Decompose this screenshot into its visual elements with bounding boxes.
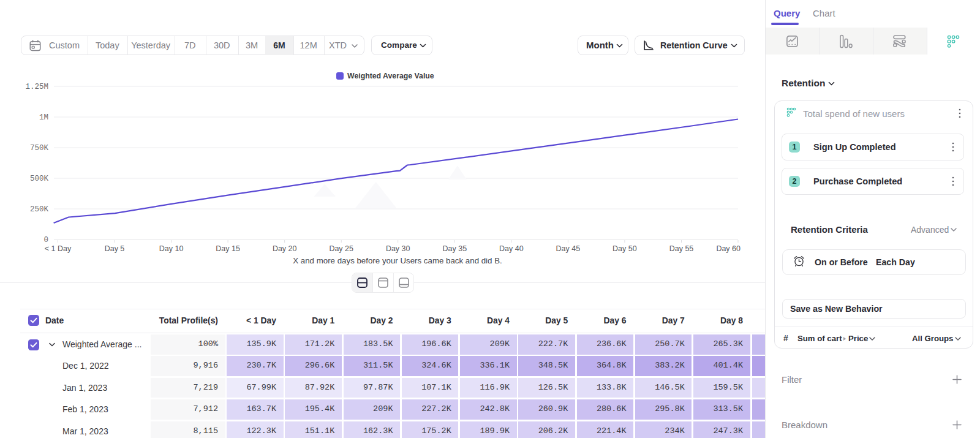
svg-text:Day 25: Day 25 [329, 244, 353, 253]
svg-text:500K: 500K [30, 175, 49, 183]
svg-text:1M: 1M [39, 113, 48, 122]
svg-text:Day 5: Day 5 [105, 244, 125, 253]
svg-text:Day 45: Day 45 [556, 244, 581, 253]
svg-text:Day 35: Day 35 [442, 244, 467, 253]
svg-text:Day 15: Day 15 [216, 244, 240, 253]
svg-text:0: 0 [43, 236, 48, 244]
svg-text:1.25M: 1.25M [25, 83, 48, 91]
svg-text:750K: 750K [30, 144, 49, 153]
svg-text:Day 55: Day 55 [669, 244, 694, 253]
svg-text:Day 20: Day 20 [273, 244, 297, 253]
svg-text:Day 60: Day 60 [716, 244, 741, 253]
svg-text:Day 40: Day 40 [499, 244, 524, 253]
svg-text:Day 50: Day 50 [612, 244, 637, 253]
svg-text:Day 10: Day 10 [159, 244, 184, 253]
svg-text:250K: 250K [30, 205, 49, 214]
svg-text:Day 30: Day 30 [386, 244, 410, 253]
svg-text:< 1 Day: < 1 Day [45, 244, 72, 253]
